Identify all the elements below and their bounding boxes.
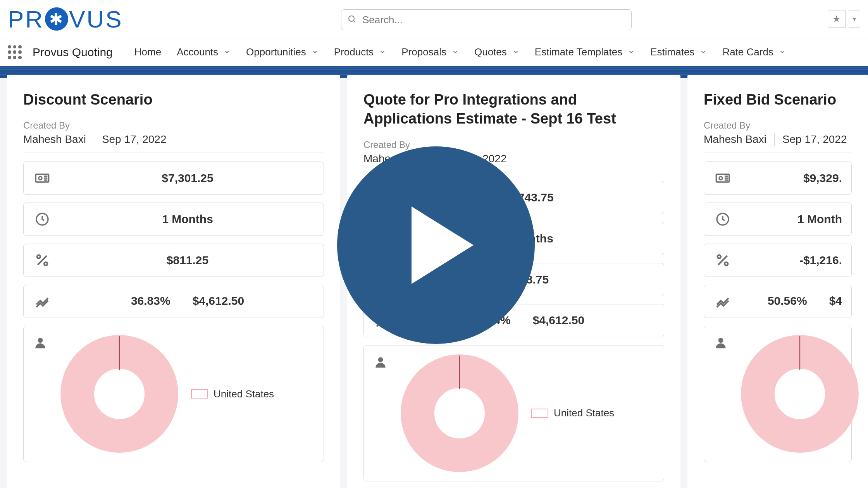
app-launcher-icon[interactable] xyxy=(8,45,22,59)
legend-swatch xyxy=(191,389,208,399)
nav-item-quotes[interactable]: Quotes xyxy=(474,46,519,58)
legend-label: United States xyxy=(554,407,614,419)
search-wrapper xyxy=(341,9,632,30)
nav-label: Home xyxy=(134,46,161,58)
metric-amount: $4,612.50 xyxy=(533,314,584,328)
discount-value: -$1,216. xyxy=(741,254,842,267)
chevron-down-icon xyxy=(379,46,386,58)
person-icon xyxy=(373,355,388,371)
duration-value: 1 Months xyxy=(61,213,314,226)
created-by-name: Mahesh Baxi xyxy=(23,133,94,146)
amount-value: $7,301.25 xyxy=(61,172,314,185)
chevron-down-icon xyxy=(779,46,786,58)
svg-point-34 xyxy=(725,262,728,265)
discount-tile: -$1,216. xyxy=(704,244,852,277)
decorative-stripe xyxy=(0,66,868,75)
clock-icon xyxy=(33,211,52,227)
favorite-button[interactable]: ★ xyxy=(828,10,846,28)
nav-bar: Provus Quoting Home Accounts Opportuniti… xyxy=(0,38,868,66)
svg-point-35 xyxy=(718,338,723,343)
divider xyxy=(23,153,324,153)
chart-tile: United States xyxy=(23,326,324,462)
percent-icon xyxy=(33,253,52,268)
chart-tile xyxy=(704,326,852,462)
created-by-label: Created By xyxy=(23,120,324,131)
metric-percent: 50.56% xyxy=(768,294,807,308)
duration-value: 1 Month xyxy=(741,213,842,226)
duration-tile: 1 Months xyxy=(23,203,324,236)
chart-tile: United States xyxy=(363,345,664,481)
brand-logo: PRVUS xyxy=(8,5,123,33)
nav-item-estimates[interactable]: Estimates xyxy=(650,46,707,58)
discount-value: $811.25 xyxy=(61,254,314,267)
nav-items: Home Accounts Opportunities Products Pro… xyxy=(134,46,786,58)
brand-logo-icon xyxy=(45,7,68,31)
favorite-dropdown-button[interactable]: ▾ xyxy=(849,10,860,28)
created-by-label: Created By xyxy=(363,139,664,150)
chart-legend: United States xyxy=(531,407,614,419)
nav-item-opportunities[interactable]: Opportunities xyxy=(246,46,319,58)
global-header: PRVUS ★ ▾ xyxy=(0,0,868,38)
meta-row: Mahesh Baxi Sep 17, 2022 xyxy=(23,133,324,146)
created-date: Sep 17, 2022 xyxy=(782,133,847,146)
money-icon xyxy=(33,170,52,186)
metric-amount: $4 xyxy=(829,294,842,308)
card-title: Fixed Bid Scenario xyxy=(704,90,852,109)
metric-tile: 50.56% $4 xyxy=(704,285,852,318)
nav-item-rate-cards[interactable]: Rate Cards xyxy=(722,46,786,58)
money-icon xyxy=(713,170,732,186)
trend-icon xyxy=(33,294,52,309)
nav-item-proposals[interactable]: Proposals xyxy=(401,46,459,58)
chevron-down-icon xyxy=(452,46,459,58)
search-input[interactable] xyxy=(341,9,632,30)
nav-label: Estimate Templates xyxy=(535,46,622,58)
metric-amount: $4,612.50 xyxy=(193,294,244,308)
chevron-down-icon xyxy=(700,46,707,58)
app-name: Provus Quoting xyxy=(33,46,113,59)
nav-label: Quotes xyxy=(474,46,507,58)
star-icon: ★ xyxy=(832,14,841,24)
svg-line-32 xyxy=(718,256,727,265)
chevron-down-icon xyxy=(512,46,519,58)
nav-item-estimate-templates[interactable]: Estimate Templates xyxy=(535,46,635,58)
svg-point-0 xyxy=(349,16,354,21)
chevron-down-icon xyxy=(312,46,319,58)
nav-item-accounts[interactable]: Accounts xyxy=(177,46,231,58)
donut-chart xyxy=(59,334,179,454)
legend-label: United States xyxy=(214,388,274,400)
chart-legend: United States xyxy=(191,388,274,400)
donut-chart xyxy=(400,353,520,473)
caret-down-icon: ▾ xyxy=(853,15,856,23)
amount-tile: $7,301.25 xyxy=(23,162,324,195)
nav-item-home[interactable]: Home xyxy=(134,46,161,58)
nav-label: Opportunities xyxy=(246,46,306,58)
nav-label: Proposals xyxy=(401,46,446,58)
duration-tile: 1 Month xyxy=(704,203,852,236)
divider xyxy=(704,153,852,153)
svg-point-10 xyxy=(44,262,47,265)
clock-icon xyxy=(713,211,732,227)
scenario-card: Discount Scenario Created By Mahesh Baxi… xyxy=(7,75,340,488)
svg-line-1 xyxy=(354,21,355,22)
svg-point-23 xyxy=(378,357,383,362)
nav-label: Products xyxy=(334,46,374,58)
svg-point-9 xyxy=(37,255,40,258)
person-icon xyxy=(713,335,728,352)
svg-point-27 xyxy=(719,177,722,180)
header-actions: ★ ▾ xyxy=(828,10,860,28)
search-icon xyxy=(347,14,356,25)
metric-percent: 36.83% xyxy=(131,294,170,308)
play-video-button[interactable] xyxy=(337,146,535,344)
meta-row: Mahesh Baxi Sep 17, 2022 xyxy=(704,133,852,146)
nav-item-products[interactable]: Products xyxy=(334,46,386,58)
svg-point-3 xyxy=(39,177,42,180)
amount-tile: $9,329. xyxy=(704,162,852,195)
chevron-down-icon xyxy=(628,46,635,58)
svg-point-33 xyxy=(718,255,721,258)
metric-tile: 36.83% $4,612.50 xyxy=(23,285,324,318)
amount-value: $9,329. xyxy=(741,172,842,185)
donut-chart xyxy=(740,334,860,454)
created-date: Sep 17, 2022 xyxy=(102,133,167,146)
svg-point-11 xyxy=(38,338,43,343)
nav-label: Estimates xyxy=(650,46,694,58)
